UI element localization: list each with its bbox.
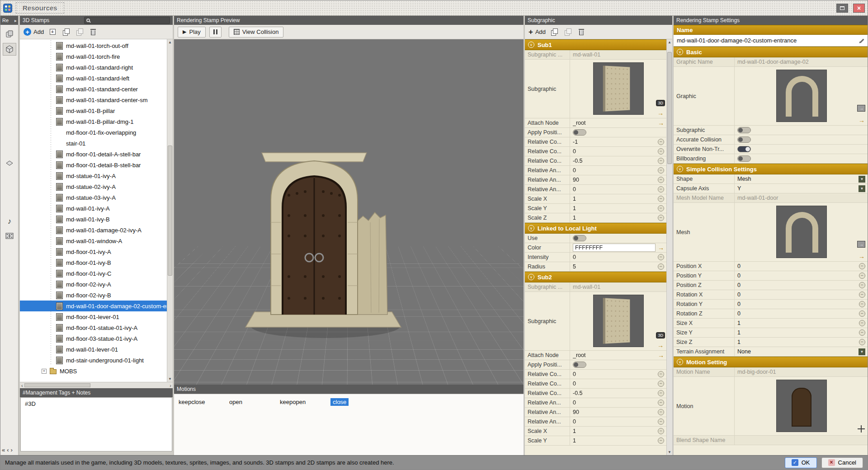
paste-subgraphic-button[interactable] bbox=[563, 27, 573, 37]
view-collision-button[interactable]: View Collision bbox=[229, 27, 284, 38]
tree-item-md-floor-01-statue-01-ivy-a[interactable]: md-floor-01-statue-01-ivy-A bbox=[20, 322, 167, 333]
toggle-switch[interactable] bbox=[573, 362, 586, 368]
movies-tab[interactable] bbox=[3, 230, 16, 242]
value-text[interactable]: 0 bbox=[573, 167, 656, 174]
motion-item-keepclose[interactable]: keepclose bbox=[179, 399, 229, 405]
tree-item-md-wall-01-window-a[interactable]: md-wall-01-window-A bbox=[20, 235, 167, 246]
tree-item-md-floor-02-ivy-b[interactable]: md-floor-02-ivy-B bbox=[20, 290, 167, 301]
2d-stamps-tab[interactable] bbox=[3, 157, 16, 169]
reset-icon[interactable]: − bbox=[658, 139, 664, 145]
value-text[interactable]: 1 bbox=[573, 205, 656, 212]
value-text[interactable]: -0.5 bbox=[573, 390, 656, 396]
toggle-switch[interactable] bbox=[573, 129, 586, 136]
value-text[interactable]: 1 bbox=[737, 320, 857, 326]
toggle-switch[interactable] bbox=[737, 155, 751, 162]
value-text[interactable]: 0 bbox=[573, 418, 656, 425]
value-text[interactable]: 0 bbox=[737, 263, 857, 269]
tree-item-md-wall-01-b-pillar-dmg-1[interactable]: md-wall-01-B-pillar-dmg-1 bbox=[20, 116, 167, 127]
value-text[interactable]: 1 bbox=[737, 329, 857, 336]
restore-button[interactable] bbox=[836, 4, 848, 13]
add-stamp-button[interactable]: + Add bbox=[24, 28, 44, 36]
tree-item-md-floor-01-fix-overlapping[interactable]: md-floor-01-fix-overlapping bbox=[20, 127, 167, 138]
value-text[interactable]: 0 bbox=[573, 186, 656, 193]
tree-item-md-wall-01-damage-02-ivy-a[interactable]: md-wall-01-damage-02-ivy-A bbox=[20, 225, 167, 235]
reset-icon[interactable]: − bbox=[658, 158, 664, 164]
reset-icon[interactable]: − bbox=[859, 263, 865, 269]
scrollbar-thumb[interactable] bbox=[667, 52, 672, 164]
close-button[interactable]: × bbox=[853, 4, 865, 13]
tree-item-md-wall-01-b-pillar[interactable]: md-wall-01-B-pillar bbox=[20, 105, 167, 116]
goto-arrow-icon[interactable]: → bbox=[657, 342, 664, 348]
reset-icon[interactable]: − bbox=[859, 282, 865, 288]
motion-item-close[interactable]: close bbox=[330, 399, 381, 405]
tree-folder-mobs[interactable]: + MOBS bbox=[20, 366, 167, 376]
value-text[interactable]: 1 bbox=[573, 215, 656, 221]
delete-subgraphic-button[interactable] bbox=[576, 27, 586, 37]
expand-plus-icon[interactable]: + bbox=[42, 369, 47, 374]
value-text[interactable]: 1 bbox=[737, 339, 857, 345]
tree-item-md-wall-01-standard-right[interactable]: md-wall-01-standard-right bbox=[20, 62, 167, 73]
stamp-name-field[interactable]: md-wall-01-door-damage-02-custom-entranc… bbox=[674, 35, 868, 47]
scroll-right-icon[interactable]: › bbox=[170, 383, 171, 388]
value-text[interactable]: 5 bbox=[573, 263, 656, 270]
open-panel-icon[interactable]: → bbox=[857, 241, 865, 248]
new-folder-button[interactable] bbox=[47, 27, 57, 37]
value-text[interactable]: -1 bbox=[573, 139, 656, 145]
add-subgraphic-button[interactable]: + Add bbox=[528, 28, 546, 36]
toggle-switch[interactable] bbox=[573, 235, 586, 241]
pause-button[interactable] bbox=[209, 27, 222, 38]
scrollbar-thumb[interactable] bbox=[168, 146, 172, 276]
tree-item-md-wall-01-torch-out-off[interactable]: md-wall-01-torch-out-off bbox=[20, 40, 167, 51]
value-text[interactable]: 0 bbox=[573, 381, 656, 387]
reset-icon[interactable]: − bbox=[859, 273, 865, 279]
value-text[interactable]: 90 bbox=[573, 177, 656, 183]
value-text[interactable]: 0 bbox=[737, 291, 857, 298]
tree-horizontal-scrollbar[interactable]: ‹ › bbox=[20, 382, 173, 388]
toggle-switch[interactable] bbox=[737, 136, 751, 143]
ok-button[interactable]: ✓ OK bbox=[785, 457, 817, 468]
3d-viewport[interactable] bbox=[174, 39, 524, 385]
tree-item-md-floor-02-ivy-a[interactable]: md-floor-02-ivy-A bbox=[20, 279, 167, 290]
scroll-left-icon[interactable]: ‹ bbox=[7, 446, 9, 453]
scroll-down-icon[interactable]: ▼ bbox=[167, 376, 173, 382]
dropdown-arrow-icon[interactable]: ▼ bbox=[859, 348, 865, 355]
reset-icon[interactable]: − bbox=[658, 148, 664, 155]
tree-item-md-statue-02-ivy-a[interactable]: md-statue-02-ivy-A bbox=[20, 181, 167, 192]
value-text[interactable]: 0 bbox=[573, 254, 656, 260]
door-model[interactable] bbox=[242, 132, 405, 344]
preview-thumbnail[interactable] bbox=[776, 70, 827, 122]
reset-icon[interactable]: − bbox=[859, 301, 865, 307]
stamp-list-tab[interactable] bbox=[3, 28, 16, 40]
edit-pencil-icon[interactable] bbox=[858, 38, 864, 44]
reset-icon[interactable]: − bbox=[658, 215, 664, 221]
tree-item-md-floor-01-ivy-c[interactable]: md-floor-01-ivy-C bbox=[20, 268, 167, 279]
expand-panel-icon[interactable]: ▸ bbox=[14, 18, 17, 23]
reset-icon[interactable]: − bbox=[658, 409, 664, 415]
reset-icon[interactable]: − bbox=[658, 196, 664, 202]
value-text[interactable]: -0.5 bbox=[573, 158, 656, 164]
tree-item-md-wall-01-standard-left[interactable]: md-wall-01-standard-left bbox=[20, 73, 167, 84]
tree-item-md-stair-underground-01-light[interactable]: md-stair-underground-01-light bbox=[20, 355, 167, 366]
dropdown-arrow-icon[interactable]: ▼ bbox=[859, 176, 865, 183]
tree-item-stair-01[interactable]: stair-01 bbox=[20, 138, 167, 149]
play-button[interactable]: ▶ Play bbox=[178, 27, 206, 38]
tree-item-md-statue-03-ivy-a[interactable]: md-statue-03-ivy-A bbox=[20, 192, 167, 203]
reset-icon[interactable]: − bbox=[658, 418, 664, 425]
tree-item-md-wall-01-ivy-b[interactable]: md-wall-01-ivy-B bbox=[20, 214, 167, 225]
goto-arrow-icon[interactable]: → bbox=[658, 352, 664, 358]
notes-area[interactable]: #3D bbox=[20, 397, 172, 451]
motion-item-keepopen[interactable]: keepopen bbox=[280, 399, 330, 405]
tree-item-md-wall-01-door-damage-02-custom-entrance[interactable]: md-wall-01-door-damage-02-custom-entranc… bbox=[20, 301, 167, 311]
value-text[interactable]: _root bbox=[573, 120, 656, 126]
scroll-up-icon[interactable]: ▲ bbox=[167, 39, 173, 45]
section-sub1[interactable]: ∨Sub1 bbox=[525, 39, 666, 50]
tree-item-md-wall-01-torch-fire[interactable]: md-wall-01-torch-fire bbox=[20, 51, 167, 62]
tree-item-md-wall-01-lever-01[interactable]: md-wall-01-lever-01 bbox=[20, 344, 167, 355]
tree-item-md-floor-01-detail-b-stell-bar[interactable]: md-floor-01-detail-B-stell-bar bbox=[20, 160, 167, 170]
sounds-tab[interactable]: ♪ bbox=[3, 215, 16, 228]
value-text[interactable]: 1 bbox=[573, 196, 656, 202]
subgraphic-scrollbar[interactable]: ▲ ▼ bbox=[666, 39, 672, 455]
tree-item-md-floor-01-ivy-a[interactable]: md-floor-01-ivy-A bbox=[20, 246, 167, 257]
reset-icon[interactable]: − bbox=[859, 310, 865, 317]
reset-icon[interactable]: − bbox=[658, 254, 664, 260]
